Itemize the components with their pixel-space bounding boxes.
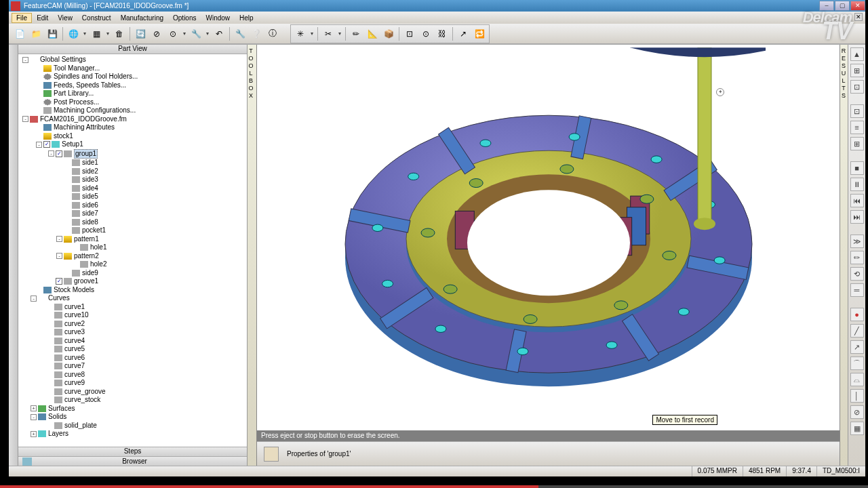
toolbar-button[interactable]: ❔ <box>249 26 264 41</box>
tree-node[interactable]: curve_stock <box>20 396 245 405</box>
tree-node[interactable]: -✓Setup1 <box>20 140 245 149</box>
tree-node[interactable]: side8 <box>20 218 245 227</box>
toolbar-button[interactable]: ⛓ <box>435 26 450 41</box>
toolbar-button[interactable]: ✳ <box>293 26 308 41</box>
tree-node[interactable]: curve_groove <box>20 388 245 396</box>
tree-node[interactable]: Spindles and Tool Holders... <box>20 73 245 81</box>
toolbar-button[interactable]: 🔧 <box>233 26 248 41</box>
tree-node[interactable]: curve10 <box>20 311 245 320</box>
tree-node[interactable]: Stock Models <box>20 286 245 295</box>
feature-tree[interactable]: -Global SettingsTool Manager...Spindles … <box>18 54 247 447</box>
tree-node[interactable]: -FCAM2016_IDODGroove.fm <box>20 115 245 124</box>
tree-node[interactable]: curve6 <box>20 354 245 363</box>
tree-node[interactable]: stock1 <box>20 132 245 141</box>
tree-node[interactable]: -Global Settings <box>20 56 245 64</box>
expand-icon[interactable]: - <box>48 150 54 157</box>
tree-node[interactable]: curve7 <box>20 362 245 371</box>
dropdown-arrow-icon[interactable]: ▾ <box>104 30 111 37</box>
checkbox[interactable]: ✓ <box>56 150 62 157</box>
right-tool-button[interactable]: ⌓ <box>850 373 864 386</box>
menu-construct[interactable]: Construct <box>77 13 116 23</box>
steps-tab[interactable]: Steps <box>18 447 247 456</box>
tree-node[interactable]: curve1 <box>20 303 245 312</box>
tree-node[interactable]: curve2 <box>20 320 245 329</box>
tree-node[interactable]: -Curves <box>20 294 245 303</box>
mdi-close-button[interactable]: ✕ <box>854 13 863 21</box>
toolbar-button[interactable]: 📁 <box>28 26 43 41</box>
tree-node[interactable]: -pattern2 <box>20 252 245 261</box>
tree-node[interactable]: hole1 <box>20 243 245 252</box>
menu-options[interactable]: Options <box>168 13 201 23</box>
menu-view[interactable]: View <box>53 13 77 23</box>
tree-node[interactable]: side4 <box>20 184 245 193</box>
right-tool-button[interactable]: ⊞ <box>850 137 864 150</box>
tree-node[interactable]: side6 <box>20 201 245 210</box>
toolbar-button[interactable]: 🌐 <box>66 26 81 41</box>
tree-node[interactable]: side7 <box>20 209 245 218</box>
menu-edit[interactable]: Edit <box>32 13 53 23</box>
menu-help[interactable]: Help <box>235 13 258 23</box>
right-tool-button[interactable]: ⏭ <box>850 210 864 224</box>
right-tool-button[interactable]: │ <box>850 389 864 403</box>
right-tool-button[interactable]: ╱ <box>850 324 864 338</box>
tree-node[interactable]: curve3 <box>20 328 245 337</box>
right-tool-button[interactable]: ✏ <box>850 251 864 264</box>
dropdown-arrow-icon[interactable]: ▾ <box>336 30 343 37</box>
toolbar-button[interactable]: 📐 <box>365 26 380 41</box>
minimize-button[interactable]: – <box>819 1 834 11</box>
viewport[interactable]: ✦ Move to first record Press eject or st… <box>257 45 840 466</box>
dropdown-arrow-icon[interactable]: ▾ <box>309 30 315 37</box>
toolbar-button[interactable]: ⊡ <box>402 26 417 41</box>
menu-window[interactable]: Window <box>201 13 235 23</box>
toolbar-button[interactable]: 📄 <box>12 26 27 41</box>
model-view[interactable] <box>332 47 766 413</box>
tree-node[interactable]: solid_plate <box>20 422 245 430</box>
toolbar-button[interactable]: 💾 <box>45 26 60 41</box>
tree-node[interactable]: side5 <box>20 192 245 201</box>
toolbar-button[interactable]: ⓘ <box>265 26 280 41</box>
right-tool-button[interactable]: ⏸ <box>850 178 864 191</box>
tree-node[interactable]: Part Library... <box>20 89 245 98</box>
tree-node[interactable]: Feeds, Speeds Tables... <box>20 81 245 90</box>
toolbar-button[interactable]: ⊙ <box>165 26 180 41</box>
dropdown-arrow-icon[interactable]: ▾ <box>204 30 211 37</box>
tree-node[interactable]: side3 <box>20 176 245 184</box>
tree-node[interactable]: side1 <box>20 159 245 167</box>
right-tool-button[interactable]: ● <box>850 308 864 321</box>
properties-bar[interactable]: Properties of 'group1' <box>257 441 840 466</box>
results-tab[interactable]: RESULTS <box>840 45 848 466</box>
toolbar-button[interactable]: 🔧 <box>189 26 203 41</box>
toolbar-button[interactable]: 🔄 <box>133 26 148 41</box>
expand-icon[interactable]: - <box>22 57 28 63</box>
tree-node[interactable]: -✓group1 <box>20 149 245 159</box>
tree-node[interactable]: curve8 <box>20 371 245 380</box>
toolbar-button[interactable]: ↶ <box>212 26 226 41</box>
right-tool-button[interactable]: ⊘ <box>850 405 864 419</box>
tree-node[interactable]: side2 <box>20 167 245 176</box>
expand-icon[interactable]: - <box>22 116 28 122</box>
toolbox-tab[interactable]: TOOLBOX <box>248 45 257 466</box>
dropdown-arrow-icon[interactable]: ▾ <box>181 30 188 37</box>
menu-manufacturing[interactable]: Manufacturing <box>116 13 168 23</box>
tree-node[interactable]: Machining Configurations... <box>20 106 245 115</box>
dropdown-arrow-icon[interactable]: ▾ <box>81 30 88 37</box>
expand-icon[interactable]: - <box>36 142 42 148</box>
tree-node[interactable]: curve5 <box>20 345 245 354</box>
right-tool-button[interactable]: ▦ <box>850 422 864 435</box>
video-progress[interactable] <box>0 485 868 488</box>
browser-tab[interactable]: Browser <box>18 456 247 466</box>
tree-node[interactable]: Post Process... <box>20 98 245 107</box>
toolbar-button[interactable]: ✂ <box>321 26 336 41</box>
maximize-button[interactable]: ▢ <box>835 1 850 11</box>
right-tool-button[interactable]: ≡ <box>850 121 864 134</box>
tree-node[interactable]: Machining Attributes <box>20 123 245 132</box>
expand-icon[interactable]: - <box>56 253 62 259</box>
tree-node[interactable]: hole2 <box>20 260 245 269</box>
right-tool-button[interactable]: ⊡ <box>850 80 864 94</box>
toolbar-button[interactable]: 🗑 <box>112 26 127 41</box>
toolbar-button[interactable]: 🔁 <box>472 26 487 41</box>
toolbar-button[interactable]: ↗ <box>456 26 471 41</box>
tree-node[interactable]: -Solids <box>20 413 245 422</box>
tree-node[interactable]: curve9 <box>20 379 245 388</box>
toolbar-button[interactable]: 📦 <box>381 26 396 41</box>
